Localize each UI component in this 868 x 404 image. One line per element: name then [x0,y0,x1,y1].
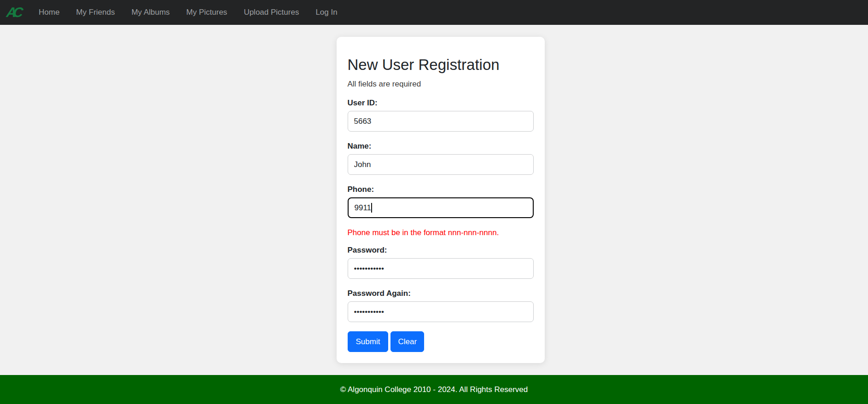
clear-button[interactable]: Clear [390,331,424,352]
phone-input-wrap [348,197,534,218]
password-label: Password: [348,245,534,255]
password-field-group: Password: [348,245,534,279]
brand-logo[interactable]: AC [6,5,27,20]
password-again-input[interactable] [348,301,534,322]
name-field-group: Name: [348,141,534,175]
user-id-label: User ID: [348,98,534,108]
form-subtitle: All fields are required [348,79,534,90]
nav-link-upload-pictures[interactable]: Upload Pictures [235,0,307,25]
registration-card: New User Registration All fields are req… [337,37,545,363]
nav-link-my-albums[interactable]: My Albums [123,0,178,25]
footer: © Algonquin College 2010 - 2024. All Rig… [0,375,868,404]
text-cursor [371,203,372,213]
password-input[interactable] [348,258,534,279]
nav-link-my-pictures[interactable]: My Pictures [178,0,236,25]
nav-link-home[interactable]: Home [30,0,68,25]
submit-button[interactable]: Submit [348,331,389,352]
nav-link-log-in[interactable]: Log In [307,0,345,25]
user-id-input[interactable] [348,111,534,132]
user-id-field-group: User ID: [348,98,534,132]
nav-link-my-friends[interactable]: My Friends [68,0,123,25]
nav-links: Home My Friends My Albums My Pictures Up… [30,0,346,25]
password-again-label: Password Again: [348,288,534,299]
navbar: AC Home My Friends My Albums My Pictures… [0,0,868,25]
name-label: Name: [348,141,534,151]
phone-field-group: Phone: [348,184,534,218]
name-input[interactable] [348,154,534,175]
page-body: New User Registration All fields are req… [0,25,868,375]
phone-error-message: Phone must be in the format nnn-nnn-nnnn… [348,227,534,238]
phone-label: Phone: [348,184,534,195]
button-row: Submit Clear [348,331,534,352]
footer-text: © Algonquin College 2010 - 2024. All Rig… [340,385,528,394]
password-again-field-group: Password Again: [348,288,534,322]
phone-input[interactable] [348,197,534,218]
page-title: New User Registration [348,55,534,74]
